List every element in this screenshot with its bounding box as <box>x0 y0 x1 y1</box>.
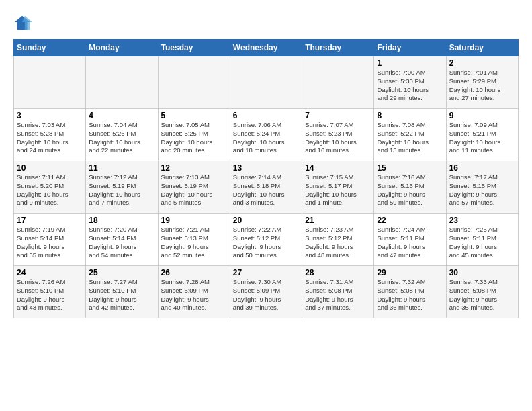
day-info: Sunrise: 7:23 AM Sunset: 5:12 PM Dayligh… <box>305 226 371 260</box>
day-info: Sunrise: 7:16 AM Sunset: 5:16 PM Dayligh… <box>377 173 443 208</box>
day-cell: 19Sunrise: 7:21 AM Sunset: 5:13 PM Dayli… <box>158 214 230 266</box>
day-cell: 11Sunrise: 7:12 AM Sunset: 5:19 PM Dayli… <box>86 161 158 214</box>
day-info: Sunrise: 7:11 AM Sunset: 5:20 PM Dayligh… <box>17 173 83 208</box>
day-info: Sunrise: 7:30 AM Sunset: 5:09 PM Dayligh… <box>233 278 299 312</box>
day-info: Sunrise: 7:01 AM Sunset: 5:29 PM Dayligh… <box>449 68 515 103</box>
day-cell: 23Sunrise: 7:25 AM Sunset: 5:11 PM Dayli… <box>446 214 518 266</box>
day-info: Sunrise: 7:00 AM Sunset: 5:30 PM Dayligh… <box>377 68 443 103</box>
day-cell: 26Sunrise: 7:28 AM Sunset: 5:09 PM Dayli… <box>158 266 230 318</box>
day-cell: 12Sunrise: 7:13 AM Sunset: 5:19 PM Dayli… <box>158 161 230 214</box>
day-cell <box>302 56 374 109</box>
day-number: 8 <box>377 111 443 120</box>
day-info: Sunrise: 7:32 AM Sunset: 5:08 PM Dayligh… <box>377 278 443 312</box>
day-info: Sunrise: 7:09 AM Sunset: 5:21 PM Dayligh… <box>449 121 515 155</box>
day-number: 27 <box>233 268 299 277</box>
day-cell: 15Sunrise: 7:16 AM Sunset: 5:16 PM Dayli… <box>374 161 446 214</box>
day-number: 17 <box>17 216 83 225</box>
weekday-header-tuesday: Tuesday <box>158 40 230 56</box>
page-container: SundayMondayTuesdayWednesdayThursdayFrid… <box>0 0 532 325</box>
day-info: Sunrise: 7:03 AM Sunset: 5:28 PM Dayligh… <box>17 121 83 155</box>
weekday-header-saturday: Saturday <box>446 40 518 56</box>
day-number: 24 <box>17 268 83 277</box>
day-info: Sunrise: 7:19 AM Sunset: 5:14 PM Dayligh… <box>17 226 83 260</box>
day-number: 29 <box>377 268 443 277</box>
day-info: Sunrise: 7:31 AM Sunset: 5:08 PM Dayligh… <box>305 278 371 312</box>
day-cell: 10Sunrise: 7:11 AM Sunset: 5:20 PM Dayli… <box>14 161 86 214</box>
day-number: 3 <box>17 111 83 120</box>
day-number: 18 <box>89 216 154 225</box>
day-cell: 1Sunrise: 7:00 AM Sunset: 5:30 PM Daylig… <box>374 56 446 109</box>
day-number: 23 <box>449 216 515 225</box>
day-info: Sunrise: 7:14 AM Sunset: 5:18 PM Dayligh… <box>233 173 299 208</box>
day-number: 22 <box>377 216 443 225</box>
day-info: Sunrise: 7:25 AM Sunset: 5:11 PM Dayligh… <box>449 226 515 260</box>
day-cell <box>230 56 302 109</box>
day-number: 5 <box>161 111 227 120</box>
day-number: 20 <box>233 216 299 225</box>
header <box>13 13 519 32</box>
day-info: Sunrise: 7:22 AM Sunset: 5:12 PM Dayligh… <box>233 226 299 260</box>
day-info: Sunrise: 7:24 AM Sunset: 5:11 PM Dayligh… <box>377 226 443 260</box>
day-cell: 13Sunrise: 7:14 AM Sunset: 5:18 PM Dayli… <box>230 161 302 214</box>
day-cell: 6Sunrise: 7:06 AM Sunset: 5:24 PM Daylig… <box>230 109 302 161</box>
week-row-1: 1Sunrise: 7:00 AM Sunset: 5:30 PM Daylig… <box>14 56 519 109</box>
calendar-table: SundayMondayTuesdayWednesdayThursdayFrid… <box>13 39 519 318</box>
day-number: 12 <box>161 163 227 173</box>
day-number: 25 <box>89 268 154 277</box>
day-info: Sunrise: 7:28 AM Sunset: 5:09 PM Dayligh… <box>161 278 227 312</box>
day-info: Sunrise: 7:21 AM Sunset: 5:13 PM Dayligh… <box>161 226 227 260</box>
day-cell: 17Sunrise: 7:19 AM Sunset: 5:14 PM Dayli… <box>14 214 86 266</box>
day-info: Sunrise: 7:06 AM Sunset: 5:24 PM Dayligh… <box>233 121 299 155</box>
day-cell: 27Sunrise: 7:30 AM Sunset: 5:09 PM Dayli… <box>230 266 302 318</box>
week-row-3: 10Sunrise: 7:11 AM Sunset: 5:20 PM Dayli… <box>14 161 519 214</box>
week-row-5: 24Sunrise: 7:26 AM Sunset: 5:10 PM Dayli… <box>14 266 519 318</box>
day-number: 2 <box>449 58 515 68</box>
weekday-header-sunday: Sunday <box>14 40 86 56</box>
weekday-header-wednesday: Wednesday <box>230 40 302 56</box>
week-row-2: 3Sunrise: 7:03 AM Sunset: 5:28 PM Daylig… <box>14 109 519 161</box>
day-info: Sunrise: 7:33 AM Sunset: 5:08 PM Dayligh… <box>449 278 515 312</box>
day-cell: 7Sunrise: 7:07 AM Sunset: 5:23 PM Daylig… <box>302 109 374 161</box>
day-info: Sunrise: 7:20 AM Sunset: 5:14 PM Dayligh… <box>89 226 154 260</box>
weekday-header-row: SundayMondayTuesdayWednesdayThursdayFrid… <box>14 40 519 56</box>
day-info: Sunrise: 7:08 AM Sunset: 5:22 PM Dayligh… <box>377 121 443 155</box>
day-info: Sunrise: 7:04 AM Sunset: 5:26 PM Dayligh… <box>89 121 154 155</box>
day-number: 11 <box>89 163 154 173</box>
weekday-header-friday: Friday <box>374 40 446 56</box>
day-cell: 5Sunrise: 7:05 AM Sunset: 5:25 PM Daylig… <box>158 109 230 161</box>
weekday-header-thursday: Thursday <box>302 40 374 56</box>
day-number: 4 <box>89 111 154 120</box>
day-info: Sunrise: 7:15 AM Sunset: 5:17 PM Dayligh… <box>305 173 371 208</box>
day-cell: 25Sunrise: 7:27 AM Sunset: 5:10 PM Dayli… <box>86 266 158 318</box>
day-number: 13 <box>233 163 299 173</box>
day-cell: 28Sunrise: 7:31 AM Sunset: 5:08 PM Dayli… <box>302 266 374 318</box>
day-cell: 8Sunrise: 7:08 AM Sunset: 5:22 PM Daylig… <box>374 109 446 161</box>
day-cell: 18Sunrise: 7:20 AM Sunset: 5:14 PM Dayli… <box>86 214 158 266</box>
day-number: 7 <box>305 111 371 120</box>
day-number: 15 <box>377 163 443 173</box>
day-number: 6 <box>233 111 299 120</box>
day-cell: 22Sunrise: 7:24 AM Sunset: 5:11 PM Dayli… <box>374 214 446 266</box>
day-info: Sunrise: 7:13 AM Sunset: 5:19 PM Dayligh… <box>161 173 227 208</box>
day-number: 9 <box>449 111 515 120</box>
day-number: 19 <box>161 216 227 225</box>
day-cell: 29Sunrise: 7:32 AM Sunset: 5:08 PM Dayli… <box>374 266 446 318</box>
day-info: Sunrise: 7:07 AM Sunset: 5:23 PM Dayligh… <box>305 121 371 155</box>
day-cell: 20Sunrise: 7:22 AM Sunset: 5:12 PM Dayli… <box>230 214 302 266</box>
day-cell: 4Sunrise: 7:04 AM Sunset: 5:26 PM Daylig… <box>86 109 158 161</box>
week-row-4: 17Sunrise: 7:19 AM Sunset: 5:14 PM Dayli… <box>14 214 519 266</box>
day-cell: 21Sunrise: 7:23 AM Sunset: 5:12 PM Dayli… <box>302 214 374 266</box>
day-number: 30 <box>449 268 515 277</box>
day-info: Sunrise: 7:12 AM Sunset: 5:19 PM Dayligh… <box>89 173 154 208</box>
day-number: 14 <box>305 163 371 173</box>
day-cell <box>86 56 158 109</box>
day-number: 10 <box>17 163 83 173</box>
day-info: Sunrise: 7:05 AM Sunset: 5:25 PM Dayligh… <box>161 121 227 155</box>
day-number: 28 <box>305 268 371 277</box>
day-cell <box>158 56 230 109</box>
day-cell: 2Sunrise: 7:01 AM Sunset: 5:29 PM Daylig… <box>446 56 518 109</box>
day-number: 1 <box>377 58 443 68</box>
day-cell: 3Sunrise: 7:03 AM Sunset: 5:28 PM Daylig… <box>14 109 86 161</box>
day-cell <box>14 56 86 109</box>
day-cell: 16Sunrise: 7:17 AM Sunset: 5:15 PM Dayli… <box>446 161 518 214</box>
